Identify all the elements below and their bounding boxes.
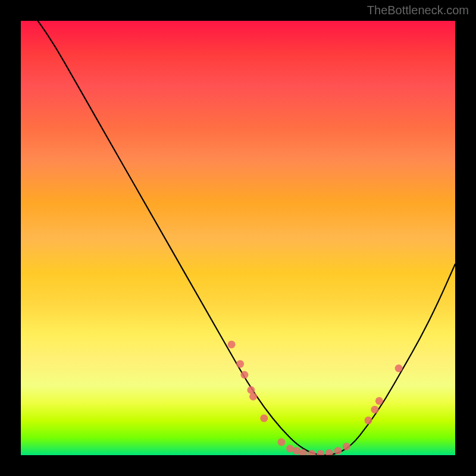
data-marker: [236, 360, 244, 368]
bottleneck-chart: [21, 21, 455, 455]
curve-line: [21, 21, 455, 455]
data-marker: [325, 449, 333, 455]
data-marker: [247, 386, 255, 394]
data-marker: [317, 450, 324, 455]
data-marker: [260, 415, 268, 422]
attribution-text: TheBottleneck.com: [367, 4, 469, 17]
data-markers: [228, 340, 403, 455]
data-marker: [240, 371, 248, 379]
data-marker: [365, 416, 372, 424]
data-marker: [395, 365, 403, 372]
data-marker: [343, 443, 350, 450]
data-marker: [334, 447, 342, 455]
data-marker: [308, 450, 316, 455]
data-marker: [375, 397, 383, 405]
data-marker: [371, 406, 378, 414]
data-marker: [228, 340, 236, 348]
data-marker: [278, 439, 286, 446]
data-marker: [286, 445, 294, 453]
data-marker: [249, 393, 257, 400]
